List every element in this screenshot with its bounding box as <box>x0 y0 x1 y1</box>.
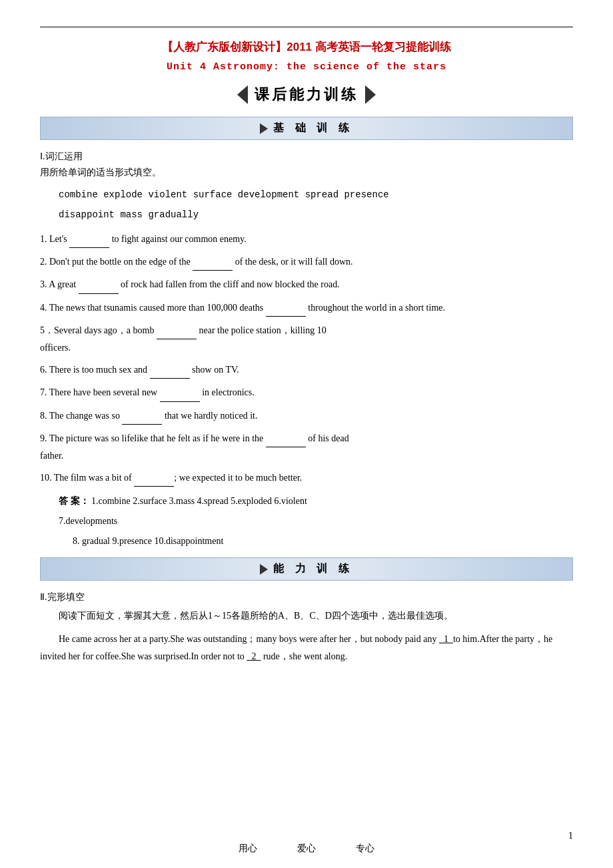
question-1: 1. Let's to fight against our common ene… <box>40 231 573 248</box>
question-4: 4. The news that tsunamis caused more th… <box>40 299 573 317</box>
q7-text: 7. There have been several new in electr… <box>40 387 255 397</box>
question-3: 3. A great of rock had fallen from the c… <box>40 276 573 293</box>
word-bank-line2: disappoint mass gradually <box>40 205 573 224</box>
q3-text: 3. A great of rock had fallen from the c… <box>40 279 340 289</box>
ability-training-label: 能 力 训 练 <box>273 562 352 576</box>
answer-block: 答 案： 1.combine 2.surface 3.mass 4.spread… <box>40 492 573 511</box>
play-icon <box>260 123 268 134</box>
ability-training-banner: 能 力 训 练 <box>40 557 573 581</box>
q9-continuation: father. <box>40 447 573 464</box>
answer-label: 答 案： <box>59 496 89 506</box>
footer: 用心 爱心 专心 1 <box>0 843 613 855</box>
footer-item-2: 爱心 <box>297 843 316 855</box>
q1-text: 1. Let's to fight against our common ene… <box>40 234 247 244</box>
answers-line1: 1.combine 2.surface 3.mass 4.spread 5.ex… <box>91 496 307 506</box>
question-6: 6. There is too much sex and show on TV. <box>40 361 573 379</box>
banner-arrow-left-icon <box>237 85 248 104</box>
section-banner-text: 课后能力训练 <box>255 85 358 105</box>
basic-training-label: 基 础 训 练 <box>273 121 352 135</box>
play-icon-2 <box>260 564 268 575</box>
cloze-paragraph1: He came across her at a party.She was ou… <box>40 631 573 665</box>
question-10: 10. The film was a bit of ; we expected … <box>40 469 573 487</box>
q8-text: 8. The change was so that we hardly noti… <box>40 411 257 421</box>
answers-line3: 8. gradual 9.presence 10.disappointment <box>40 532 573 551</box>
q1-blank <box>69 231 109 248</box>
word-bank-line1: combine explode violent surface developm… <box>40 185 573 204</box>
footer-item-1: 用心 <box>239 843 257 855</box>
q5-text: 5．Several days ago，a bomb near the polic… <box>40 325 326 335</box>
section-banner: 课后能力训练 <box>40 85 573 105</box>
q5-blank <box>157 322 197 339</box>
q7-blank <box>160 384 200 401</box>
q5-continuation: officers. <box>40 339 573 356</box>
answers-line2: 7.developments <box>40 512 573 531</box>
section-ii-label: Ⅱ.完形填空 <box>40 591 573 603</box>
q8-blank <box>122 407 162 425</box>
banner-arrow-right-icon <box>365 85 376 104</box>
section-i-label: Ⅰ.词汇运用 <box>40 151 573 163</box>
q3-blank <box>79 276 119 293</box>
question-8: 8. The change was so that we hardly noti… <box>40 407 573 425</box>
q2-text: 2. Don't put the bottle on the edge of t… <box>40 257 353 267</box>
blank-2: 2 <box>247 651 261 661</box>
question-2: 2. Don't put the bottle on the edge of t… <box>40 253 573 271</box>
q6-text: 6. There is too much sex and show on TV. <box>40 365 239 375</box>
q6-blank <box>150 361 190 379</box>
q10-blank <box>134 469 174 487</box>
cloze-instruction: 阅读下面短文，掌握其大意，然后从1～15各题所给的A、B、C、D四个选项中，选出… <box>40 607 573 624</box>
main-title: 【人教广东版创新设计】2011 高考英语一轮复习提能训练 <box>40 39 573 55</box>
top-divider <box>40 27 573 27</box>
q9-text: 9. The picture was so lifelike that he f… <box>40 433 349 443</box>
basic-training-banner: 基 础 训 练 <box>40 117 573 140</box>
sub-title: Unit 4 Astronomy: the science of the sta… <box>40 61 573 73</box>
q10-text: 10. The film was a bit of ; we expected … <box>40 473 302 483</box>
q4-blank <box>266 299 306 317</box>
q9-blank <box>266 430 306 447</box>
question-5: 5．Several days ago，a bomb near the polic… <box>40 322 573 356</box>
footer-item-3: 专心 <box>356 843 374 855</box>
page-number: 1 <box>568 831 573 841</box>
blank-1: 1 <box>439 634 453 644</box>
question-9: 9. The picture was so lifelike that he f… <box>40 430 573 464</box>
q4-text: 4. The news that tsunamis caused more th… <box>40 303 445 313</box>
question-7: 7. There have been several new in electr… <box>40 384 573 401</box>
instruction-text: 用所给单词的适当形式填空。 <box>40 167 573 179</box>
q2-blank <box>193 253 233 271</box>
